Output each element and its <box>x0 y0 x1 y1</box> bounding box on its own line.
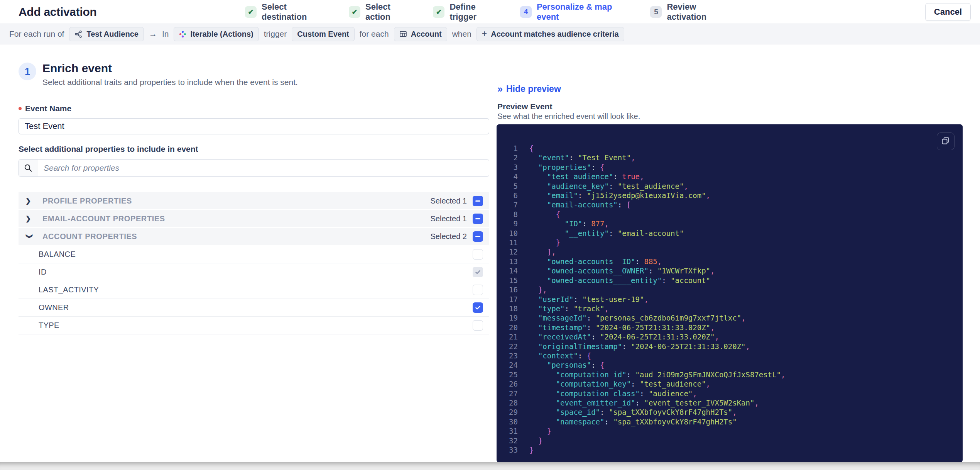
line-number: 30 <box>497 417 524 426</box>
search-input[interactable] <box>37 159 489 176</box>
line-number: 10 <box>497 229 524 238</box>
step-number-circle: 1 <box>19 63 36 80</box>
code-line: 33} <box>497 445 963 455</box>
code-line: 26 "computation_key": "test_audience", <box>497 379 963 389</box>
code-line: 9 "ID": 877, <box>497 219 963 228</box>
trigger-summary-bar: For each run ofTest Audience→InIterable … <box>0 24 980 44</box>
property-checkbox[interactable] <box>473 285 483 295</box>
line-content: "event": "Test Event", <box>529 153 635 162</box>
line-number: 17 <box>497 295 524 304</box>
line-number: 8 <box>497 210 524 219</box>
line-number: 25 <box>497 370 524 379</box>
chip-iterable-actions[interactable]: Iterable (Actions) <box>174 27 259 41</box>
step-select-destination[interactable]: ✔Select destination <box>245 2 331 22</box>
section-checkbox[interactable] <box>473 231 483 242</box>
property-row-type[interactable]: TYPE <box>19 317 489 334</box>
code-line: 22 "originalTimestamp": "2024-06-25T21:3… <box>497 342 963 351</box>
line-number: 16 <box>497 285 524 294</box>
line-content: "messageId": "personas_cb6zdbo6im9g7xxf7… <box>529 313 746 322</box>
chevron-right-icon: ❯ <box>25 215 34 223</box>
event-name-label: Event Name <box>19 104 489 113</box>
cancel-button[interactable]: Cancel <box>925 3 971 21</box>
line-content: "ID": 877, <box>529 219 609 228</box>
code-line: 30 "namespace": "spa_tXXbfoyvCkY8rF47ghH… <box>497 417 963 426</box>
code-line: 14 "owned-accounts__OWNER": "1WCWrTXfkp"… <box>497 266 963 275</box>
selected-count: Selected 2 <box>430 232 467 241</box>
property-checkbox[interactable] <box>473 267 483 277</box>
chip-label: Custom Event <box>297 30 349 39</box>
line-content: "email-accounts": [ <box>529 200 631 209</box>
line-number: 4 <box>497 172 524 181</box>
line-content: "owned-accounts____entity": "account" <box>529 276 710 285</box>
code-line: 28 "event_emitter_id": "event_tester_IVX… <box>497 398 963 407</box>
code-line: 7 "email-accounts": [ <box>497 200 963 209</box>
property-row-owner[interactable]: OWNER <box>19 299 489 317</box>
code-line: 24 "personas": { <box>497 360 963 370</box>
code-line: 27 "computation_class": "audience", <box>497 389 963 398</box>
code-line: 6 "email": "j15i2ysedp@k1euxaIVia.com", <box>497 191 963 200</box>
line-number: 33 <box>497 445 524 455</box>
line-content: }, <box>529 285 547 294</box>
property-checkbox[interactable] <box>473 320 483 331</box>
line-content: } <box>529 445 534 455</box>
chip-custom-event[interactable]: Custom Event <box>292 27 354 41</box>
property-row-balance[interactable]: BALANCE <box>19 246 489 263</box>
add-activation-page: Add activation ✔Select destination✔Selec… <box>0 0 980 462</box>
property-row-id[interactable]: ID <box>19 263 489 281</box>
section-label: ACCOUNT PROPERTIES <box>42 232 137 241</box>
line-number: 31 <box>497 426 524 436</box>
section-header-email-account-properties[interactable]: ❯EMAIL-ACCOUNT PROPERTIESSelected 1 <box>19 210 489 228</box>
line-content: "event_emitter_id": "event_tester_IVX5W2… <box>529 398 759 407</box>
line-content: } <box>529 426 551 436</box>
line-content: "__entity": "email-account" <box>529 229 684 238</box>
line-content: } <box>529 238 560 247</box>
code-line: 8 { <box>497 210 963 219</box>
section-label: PROFILE PROPERTIES <box>42 197 132 205</box>
step-define-trigger[interactable]: ✔Define trigger <box>433 2 502 22</box>
indeterminate-minus-icon <box>475 218 480 219</box>
section-checkbox[interactable] <box>473 196 483 206</box>
indeterminate-minus-icon <box>475 200 480 202</box>
code-line: 13 "owned-accounts__ID": 885, <box>497 257 963 266</box>
enrich-event-section: 1 Enrich event Select additional traits … <box>19 62 489 334</box>
property-checkbox[interactable] <box>473 302 483 313</box>
trigger-text: For each run of <box>9 29 64 39</box>
selected-count: Selected 1 <box>430 214 467 223</box>
property-checkbox[interactable] <box>473 249 483 260</box>
line-content: { <box>529 144 534 153</box>
line-number: 13 <box>497 257 524 266</box>
arrow-icon: → <box>149 29 157 39</box>
line-number: 6 <box>497 191 524 200</box>
chip-label: Account <box>411 30 442 39</box>
step-select-action[interactable]: ✔Select action <box>349 2 415 22</box>
section-label: EMAIL-ACCOUNT PROPERTIES <box>42 214 165 223</box>
line-number: 5 <box>497 182 524 191</box>
chip-account-matches-audience-criteria[interactable]: +Account matches audience criteria <box>476 27 624 41</box>
section-checkbox[interactable] <box>473 214 483 224</box>
iterable-logo <box>179 31 186 38</box>
step-personalize-map-event[interactable]: 4Personalize & map event <box>520 2 633 22</box>
section-header-profile-properties[interactable]: ❯PROFILE PROPERTIESSelected 1 <box>19 192 489 210</box>
plus-icon: + <box>482 30 487 38</box>
property-list: ❯PROFILE PROPERTIESSelected 1❯EMAIL-ACCO… <box>19 192 489 334</box>
chip-account[interactable]: Account <box>394 27 447 41</box>
event-name-input[interactable] <box>19 118 489 134</box>
step-label: Review activation <box>667 2 735 22</box>
section-subtitle: Select additional traits and properties … <box>42 78 298 87</box>
code-line: 1{ <box>497 144 963 153</box>
chip-test-audience[interactable]: Test Audience <box>69 27 144 41</box>
code-line: 18 "type": "track", <box>497 304 963 313</box>
step-review-activation[interactable]: 5Review activation <box>650 2 735 22</box>
section-selection: Selected 1 <box>430 196 483 206</box>
code-line: 20 "timestamp": "2024-06-25T21:31:33.020… <box>497 323 963 332</box>
line-number: 18 <box>497 304 524 313</box>
step-number-badge: 5 <box>650 6 662 18</box>
chip-label: Account matches audience criteria <box>491 30 618 39</box>
property-row-last-activity[interactable]: LAST_ACTIVITY <box>19 281 489 299</box>
check-icon: ✔ <box>245 6 257 18</box>
property-label: BALANCE <box>39 250 76 259</box>
line-content: "audience_key": "test_audience", <box>529 182 688 191</box>
section-header-account-properties[interactable]: ❯ACCOUNT PROPERTIESSelected 2 <box>19 228 489 246</box>
hide-preview-link[interactable]: » Hide preview <box>497 83 561 95</box>
line-content: "originalTimestamp": "2024-06-25T21:31:3… <box>529 342 750 351</box>
